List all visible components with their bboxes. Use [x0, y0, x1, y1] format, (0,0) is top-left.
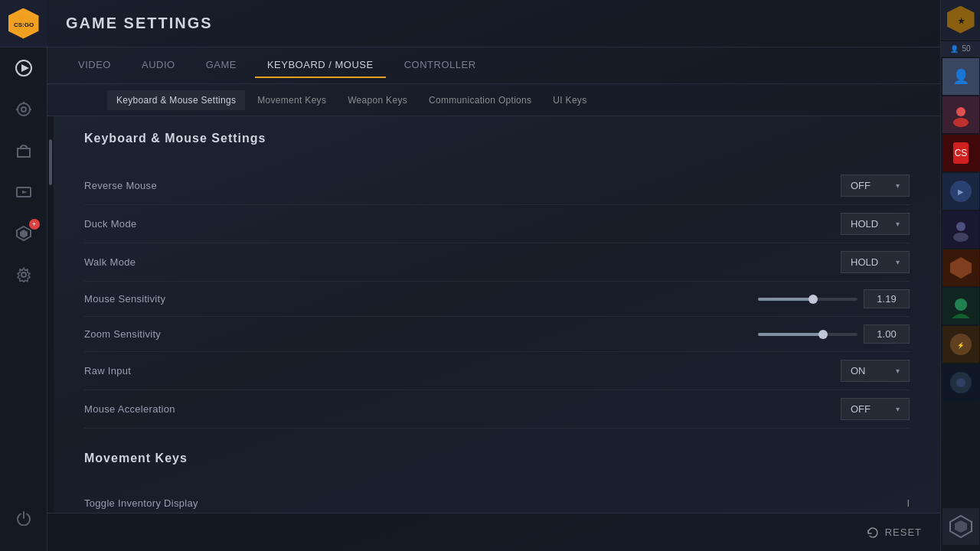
- reverse-mouse-dropdown[interactable]: OFF ▾: [841, 174, 910, 197]
- tab-video[interactable]: Video: [66, 53, 123, 78]
- tab-audio[interactable]: Audio: [129, 53, 188, 78]
- player-count-icon: 👤: [950, 45, 959, 53]
- setting-row-toggle-inventory: Toggle Inventory Display I: [84, 487, 910, 513]
- mouse-acceleration-dropdown[interactable]: OFF ▾: [841, 398, 910, 420]
- svg-point-25: [955, 298, 967, 311]
- chevron-down-icon: ▾: [896, 181, 900, 190]
- settings-content: Keyboard & Mouse Settings Reverse Mouse …: [54, 116, 940, 513]
- sidebar-item-play[interactable]: [0, 47, 47, 89]
- setting-row-reverse-mouse: Reverse Mouse OFF ▾: [84, 167, 910, 205]
- reverse-mouse-value: OFF: [851, 180, 871, 191]
- sidebar-item-notifications[interactable]: [0, 89, 47, 130]
- toggle-inventory-control: I: [887, 497, 910, 509]
- top-header: GAME SETTINGS: [47, 0, 940, 47]
- svg-rect-9: [18, 148, 30, 157]
- duck-mode-dropdown[interactable]: HOLD ▾: [841, 213, 910, 235]
- avatar-4[interactable]: ▶: [942, 173, 979, 210]
- svg-point-14: [21, 272, 26, 277]
- zoom-sensitivity-value[interactable]: 1.00: [864, 324, 910, 344]
- mouse-sensitivity-label: Mouse Sensitivity: [84, 293, 758, 305]
- zoom-sensitivity-slider-container: [758, 333, 858, 336]
- raw-input-value: ON: [851, 365, 866, 377]
- walk-mode-dropdown[interactable]: HOLD ▾: [841, 251, 910, 273]
- subnav-ui-keys[interactable]: UI Keys: [544, 90, 596, 110]
- avatar-2[interactable]: [942, 96, 979, 133]
- svg-marker-13: [20, 230, 28, 238]
- svg-point-4: [18, 103, 30, 116]
- svg-text:CS: CS: [954, 148, 967, 158]
- mouse-sensitivity-value[interactable]: 1.19: [864, 289, 910, 308]
- avatar-7[interactable]: [942, 288, 979, 324]
- sidebar-item-profile[interactable]: +: [0, 213, 47, 254]
- svg-marker-11: [22, 191, 28, 194]
- chevron-down-icon: ▾: [896, 367, 900, 375]
- avatar-1[interactable]: 👤: [942, 58, 979, 95]
- avatar-8[interactable]: ⚡: [942, 326, 979, 363]
- svg-point-23: [953, 233, 969, 242]
- setting-row-mouse-acceleration: Mouse Acceleration OFF ▾: [84, 390, 910, 429]
- svg-text:⚡: ⚡: [957, 341, 965, 349]
- raw-input-dropdown[interactable]: ON ▾: [841, 360, 910, 382]
- duck-mode-control: HOLD ▾: [841, 213, 910, 235]
- zoom-sensitivity-control: 1.00: [758, 324, 910, 344]
- subnav-kb-mouse-settings[interactable]: Keyboard & Mouse Settings: [107, 90, 245, 110]
- setting-row-walk-mode: Walk Mode HOLD ▾: [84, 243, 910, 282]
- csgo-logo[interactable]: CS:GO: [0, 0, 47, 47]
- scrollbar[interactable]: [47, 116, 54, 513]
- subnav-weapon-keys[interactable]: Weapon Keys: [338, 90, 416, 110]
- reset-icon: [867, 527, 879, 539]
- sidebar-item-watch[interactable]: [0, 171, 47, 213]
- sidebar-item-store[interactable]: [0, 130, 47, 171]
- setting-row-raw-input: Raw Input ON ▾: [84, 352, 910, 390]
- section-2-title: Movement Keys: [84, 452, 910, 471]
- zoom-sensitivity-track[interactable]: [758, 333, 858, 336]
- avatar-9[interactable]: [942, 364, 979, 401]
- notification-badge: +: [29, 219, 40, 230]
- sidebar-item-power[interactable]: [0, 497, 47, 539]
- avatar-5[interactable]: [942, 211, 979, 248]
- left-sidebar: CS:GO +: [0, 0, 47, 551]
- subnav-movement-keys[interactable]: Movement Keys: [248, 90, 335, 110]
- subnav-communication-options[interactable]: Communication Options: [420, 90, 541, 110]
- player-count-row: 👤 50: [941, 41, 980, 57]
- bottom-bar: RESET: [47, 513, 940, 551]
- svg-point-5: [21, 107, 26, 112]
- mouse-sensitivity-thumb[interactable]: [808, 295, 818, 304]
- player-level-badge: ★: [941, 0, 981, 40]
- reset-button[interactable]: RESET: [867, 527, 922, 539]
- mouse-sensitivity-track[interactable]: [758, 298, 858, 301]
- walk-mode-value: HOLD: [851, 256, 878, 268]
- svg-text:CS:GO: CS:GO: [13, 21, 33, 28]
- tab-game[interactable]: Game: [194, 53, 249, 78]
- svg-marker-24: [950, 257, 972, 279]
- duck-mode-value: HOLD: [851, 218, 878, 230]
- reset-label: RESET: [885, 527, 922, 538]
- player-count: 50: [962, 44, 970, 53]
- svg-point-29: [956, 378, 965, 387]
- nav-tabs: Video Audio Game Keyboard / Mouse Contro…: [47, 47, 940, 84]
- svg-marker-3: [21, 64, 29, 72]
- rank-display: [942, 508, 979, 545]
- zoom-sensitivity-thumb[interactable]: [818, 330, 828, 339]
- sidebar-item-settings[interactable]: [0, 254, 47, 295]
- bottom-rank-icon: [942, 508, 979, 551]
- csgo-logo-icon: CS:GO: [8, 8, 39, 39]
- svg-text:★: ★: [957, 17, 965, 25]
- svg-point-22: [956, 222, 965, 231]
- mouse-acceleration-value: OFF: [851, 403, 871, 415]
- mouse-acceleration-control: OFF ▾: [841, 398, 910, 420]
- toggle-inventory-key[interactable]: I: [887, 497, 910, 509]
- reverse-mouse-control: OFF ▾: [841, 174, 910, 197]
- right-sidebar: ★ 👤 50 👤 CS ▶ ⚡: [940, 0, 980, 551]
- tab-keyboard-mouse[interactable]: Keyboard / Mouse: [255, 53, 386, 78]
- chevron-down-icon: ▾: [896, 220, 900, 228]
- mouse-sensitivity-control: 1.19: [758, 289, 910, 308]
- tab-controller[interactable]: Controller: [392, 53, 488, 78]
- svg-text:▶: ▶: [958, 187, 964, 196]
- avatar-6[interactable]: [942, 249, 979, 286]
- avatar-3[interactable]: CS: [942, 135, 979, 171]
- chevron-down-icon: ▾: [896, 258, 900, 266]
- raw-input-control: ON ▾: [841, 360, 910, 382]
- scroll-thumb: [49, 139, 52, 185]
- setting-row-mouse-sensitivity: Mouse Sensitivity 1.19: [84, 282, 910, 317]
